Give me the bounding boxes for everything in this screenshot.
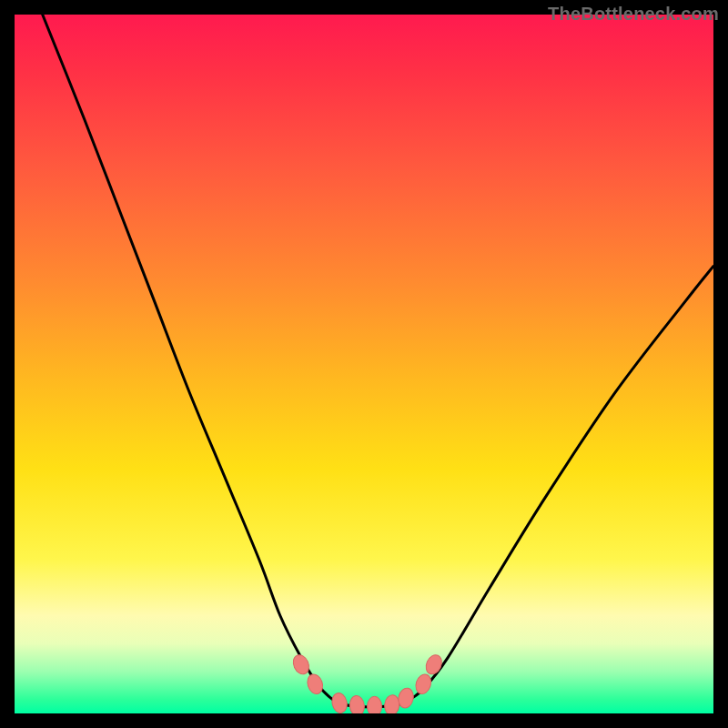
curve-path bbox=[43, 15, 713, 707]
watermark-text: TheBottleneck.com bbox=[548, 4, 719, 25]
threshold-marker bbox=[305, 672, 325, 696]
threshold-marker bbox=[349, 695, 365, 713]
threshold-marker bbox=[413, 672, 433, 696]
bottleneck-curve bbox=[15, 15, 713, 713]
chart-frame: TheBottleneck.com bbox=[0, 0, 728, 728]
threshold-marker bbox=[330, 692, 349, 713]
threshold-marker bbox=[384, 694, 400, 713]
threshold-marker bbox=[368, 696, 382, 713]
plot-area bbox=[15, 15, 713, 713]
threshold-marker bbox=[423, 652, 445, 677]
